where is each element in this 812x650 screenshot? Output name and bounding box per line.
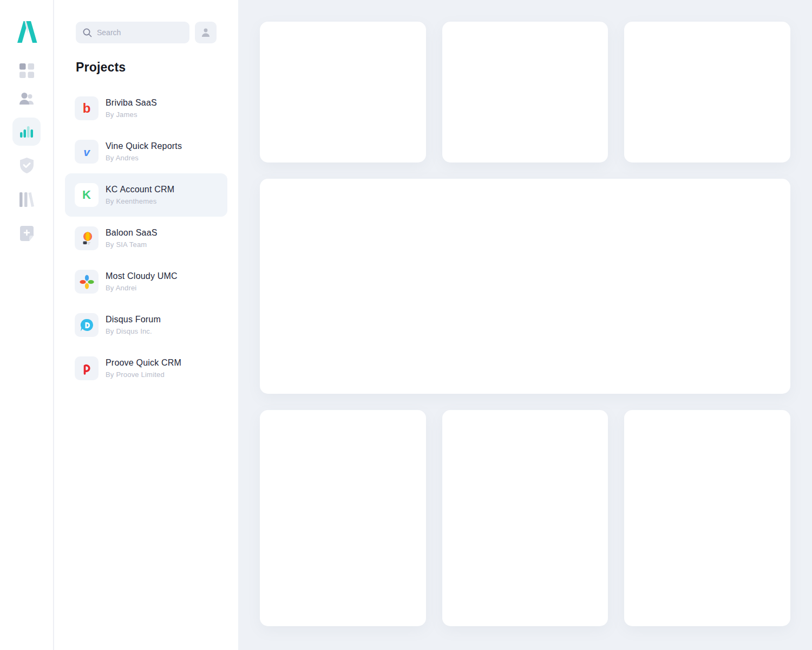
app-logo[interactable]	[14, 21, 40, 43]
kc-glyph: K	[82, 189, 91, 201]
library-icon	[19, 192, 34, 207]
nav-library-button[interactable]	[12, 185, 41, 213]
project-item-kc-account-crm[interactable]: K KC Account CRM By Keenthemes	[65, 173, 227, 217]
project-item-text: KC Account CRM By Keenthemes	[106, 185, 174, 205]
project-owner: By Disqus Inc.	[106, 327, 161, 335]
projects-sidebar: Projects b Briviba SaaS By James v Vine …	[54, 0, 238, 650]
nav-users-button[interactable]	[12, 84, 41, 113]
four-petal-icon	[80, 275, 94, 289]
person-icon	[200, 27, 211, 38]
project-name: Proove Quick CRM	[106, 358, 181, 368]
balloon-icon	[75, 226, 99, 250]
bar-chart-icon	[19, 126, 34, 138]
shield-check-icon	[20, 158, 34, 173]
project-name: Vine Quick Reports	[106, 141, 182, 151]
project-item-briviba[interactable]: b Briviba SaaS By James	[65, 87, 227, 130]
nav-new-document-button[interactable]	[12, 219, 41, 248]
vine-glyph: v	[83, 146, 90, 158]
speech-bubble-d-icon	[80, 318, 94, 333]
project-item-text: Disqus Forum By Disqus Inc.	[106, 315, 161, 335]
placeholder-card-2	[442, 22, 608, 162]
placeholder-card-1	[260, 22, 426, 162]
search-field[interactable]	[76, 22, 189, 43]
placeholder-card-5	[442, 410, 608, 626]
project-owner: By Proove Limited	[106, 370, 181, 379]
project-item-baloon[interactable]: Baloon SaaS By SIA Team	[65, 217, 227, 260]
users-icon	[18, 93, 35, 105]
search-icon	[83, 28, 92, 37]
placeholder-card-4	[260, 410, 426, 626]
project-item-text: Baloon SaaS By SIA Team	[106, 228, 158, 249]
search-input[interactable]	[97, 28, 186, 37]
project-item-text: Vine Quick Reports By Andres	[106, 141, 182, 162]
nav-security-button[interactable]	[12, 151, 41, 179]
project-owner: By James	[106, 110, 157, 119]
sidebar-toolbar	[76, 22, 217, 43]
nav-dashboard-button[interactable]	[12, 56, 41, 84]
disqus-icon	[75, 313, 99, 337]
logo-mark-icon	[14, 21, 40, 43]
grid-icon	[19, 63, 34, 78]
file-plus-icon	[20, 226, 34, 241]
kickstarter-k-icon: K	[75, 183, 99, 207]
page-title: Projects	[76, 60, 126, 75]
briviba-b-icon: b	[75, 96, 99, 120]
project-owner: By Andres	[106, 154, 182, 162]
project-item-text: Most Cloudy UMC By Andrei	[106, 271, 178, 292]
profile-button[interactable]	[195, 22, 217, 43]
placeholder-card-wide	[260, 179, 790, 394]
placeholder-card-3	[624, 22, 790, 162]
project-owner: By SIA Team	[106, 240, 158, 249]
project-item-vine[interactable]: v Vine Quick Reports By Andres	[65, 130, 227, 173]
dashboard-card-grid	[260, 22, 790, 626]
clover-icon	[75, 270, 99, 294]
project-item-text: Briviba SaaS By James	[106, 98, 157, 119]
project-name: Most Cloudy UMC	[106, 271, 178, 281]
project-owner: By Andrei	[106, 284, 178, 292]
icon-rail	[0, 0, 54, 650]
red-p-icon	[80, 361, 94, 376]
main-content	[238, 0, 812, 650]
placeholder-card-6	[624, 410, 790, 626]
nav-analytics-button[interactable]	[12, 118, 41, 146]
project-name: Baloon SaaS	[106, 228, 158, 238]
project-name: Briviba SaaS	[106, 98, 157, 108]
project-item-disqus[interactable]: Disqus Forum By Disqus Inc.	[65, 303, 227, 347]
vimeo-v-icon: v	[75, 140, 99, 164]
project-item-text: Proove Quick CRM By Proove Limited	[106, 358, 181, 379]
hot-air-balloon-icon	[80, 231, 94, 246]
project-name: KC Account CRM	[106, 185, 174, 194]
proove-p-icon	[75, 356, 99, 380]
briviba-glyph: b	[83, 102, 91, 115]
project-item-proove[interactable]: Proove Quick CRM By Proove Limited	[65, 347, 227, 390]
project-list: b Briviba SaaS By James v Vine Quick Rep…	[65, 87, 227, 390]
project-name: Disqus Forum	[106, 315, 161, 324]
project-owner: By Keenthemes	[106, 197, 174, 205]
project-item-most-cloudy[interactable]: Most Cloudy UMC By Andrei	[65, 260, 227, 303]
